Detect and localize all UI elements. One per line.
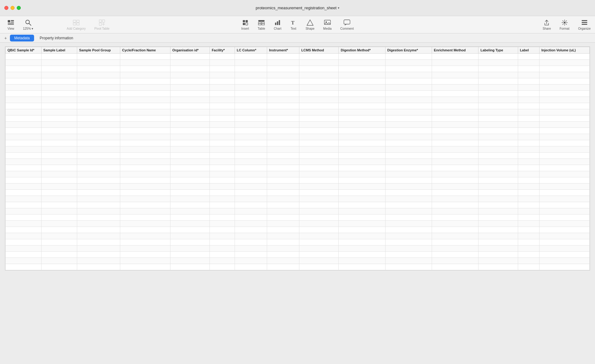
table-cell[interactable]: [518, 122, 539, 128]
table-cell[interactable]: [432, 184, 478, 190]
table-cell[interactable]: [432, 264, 478, 270]
table-cell[interactable]: [540, 252, 590, 258]
table-row[interactable]: [6, 60, 590, 66]
table-cell[interactable]: [540, 233, 590, 239]
table-cell[interactable]: [478, 78, 518, 84]
table-cell[interactable]: [77, 54, 120, 60]
table-row[interactable]: [6, 165, 590, 171]
table-cell[interactable]: [299, 97, 339, 103]
table-cell[interactable]: [267, 233, 299, 239]
table-cell[interactable]: [540, 221, 590, 227]
table-cell[interactable]: [299, 233, 339, 239]
table-cell[interactable]: [235, 264, 267, 270]
table-cell[interactable]: [478, 109, 518, 115]
table-cell[interactable]: [478, 72, 518, 78]
table-cell[interactable]: [299, 84, 339, 91]
table-cell[interactable]: [518, 177, 539, 184]
table-row[interactable]: [6, 128, 590, 134]
table-cell[interactable]: [432, 60, 478, 66]
table-cell[interactable]: [432, 146, 478, 153]
table-cell[interactable]: [170, 184, 209, 190]
table-cell[interactable]: [478, 196, 518, 202]
table-cell[interactable]: [478, 202, 518, 208]
table-cell[interactable]: [77, 221, 120, 227]
table-cell[interactable]: [518, 264, 539, 270]
table-cell[interactable]: [432, 233, 478, 239]
table-cell[interactable]: [41, 128, 77, 134]
table-cell[interactable]: [267, 258, 299, 264]
table-cell[interactable]: [41, 109, 77, 115]
table-cell[interactable]: [41, 252, 77, 258]
table-cell[interactable]: [235, 245, 267, 252]
table-cell[interactable]: [540, 190, 590, 196]
table-cell[interactable]: [385, 115, 432, 122]
table-cell[interactable]: [210, 208, 235, 214]
table-cell[interactable]: [432, 72, 478, 78]
table-cell[interactable]: [41, 239, 77, 245]
table-cell[interactable]: [77, 258, 120, 264]
table-cell[interactable]: [299, 122, 339, 128]
minimize-button[interactable]: [11, 6, 15, 10]
table-cell[interactable]: [267, 78, 299, 84]
table-cell[interactable]: [299, 208, 339, 214]
table-cell[interactable]: [170, 109, 209, 115]
table-cell[interactable]: [267, 227, 299, 233]
table-cell[interactable]: [120, 227, 170, 233]
table-cell[interactable]: [432, 153, 478, 159]
table-cell[interactable]: [210, 66, 235, 72]
col-header-facility[interactable]: Facility*: [210, 47, 235, 54]
table-cell[interactable]: [6, 109, 42, 115]
table-cell[interactable]: [299, 128, 339, 134]
table-cell[interactable]: [339, 97, 385, 103]
table-cell[interactable]: [339, 60, 385, 66]
table-cell[interactable]: [540, 134, 590, 140]
table-cell[interactable]: [6, 134, 42, 140]
table-cell[interactable]: [41, 196, 77, 202]
table-cell[interactable]: [478, 264, 518, 270]
table-cell[interactable]: [518, 140, 539, 146]
table-cell[interactable]: [235, 159, 267, 165]
table-cell[interactable]: [267, 165, 299, 171]
insert-button[interactable]: Insert: [237, 17, 253, 32]
table-cell[interactable]: [77, 165, 120, 171]
table-cell[interactable]: [540, 202, 590, 208]
table-cell[interactable]: [120, 97, 170, 103]
table-cell[interactable]: [6, 177, 42, 184]
table-cell[interactable]: [170, 146, 209, 153]
table-cell[interactable]: [120, 245, 170, 252]
col-header-label[interactable]: Label: [518, 47, 539, 54]
table-cell[interactable]: [299, 177, 339, 184]
table-cell[interactable]: [120, 84, 170, 91]
table-cell[interactable]: [170, 177, 209, 184]
table-cell[interactable]: [170, 91, 209, 97]
table-cell[interactable]: [299, 140, 339, 146]
table-row[interactable]: [6, 153, 590, 159]
table-cell[interactable]: [77, 252, 120, 258]
table-cell[interactable]: [540, 264, 590, 270]
table-cell[interactable]: [385, 72, 432, 78]
zoom-button[interactable]: 125% ▾: [19, 17, 37, 32]
table-row[interactable]: [6, 221, 590, 227]
table-cell[interactable]: [170, 239, 209, 245]
table-row[interactable]: [6, 208, 590, 214]
table-cell[interactable]: [299, 78, 339, 84]
table-cell[interactable]: [339, 103, 385, 109]
table-cell[interactable]: [210, 184, 235, 190]
table-cell[interactable]: [77, 214, 120, 221]
table-cell[interactable]: [267, 103, 299, 109]
table-cell[interactable]: [170, 115, 209, 122]
table-cell[interactable]: [432, 258, 478, 264]
table-cell[interactable]: [385, 190, 432, 196]
col-header-instrument[interactable]: Instrument*: [267, 47, 299, 54]
table-cell[interactable]: [299, 153, 339, 159]
table-cell[interactable]: [77, 115, 120, 122]
table-cell[interactable]: [299, 66, 339, 72]
table-cell[interactable]: [540, 227, 590, 233]
col-header-organisation-id[interactable]: Organisation id*: [170, 47, 209, 54]
table-cell[interactable]: [518, 202, 539, 208]
table-cell[interactable]: [385, 208, 432, 214]
tab-metadata[interactable]: Metadata: [10, 35, 34, 41]
table-cell[interactable]: [41, 202, 77, 208]
shape-button[interactable]: Shape: [301, 17, 319, 32]
table-cell[interactable]: [170, 264, 209, 270]
